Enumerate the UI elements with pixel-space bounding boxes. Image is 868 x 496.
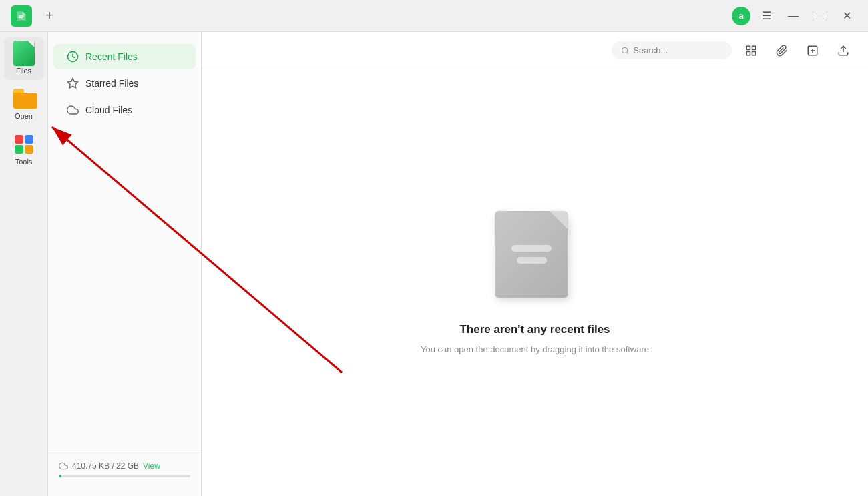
new-tab-button[interactable]: +: [40, 7, 59, 25]
storage-bar-fill: [59, 475, 61, 477]
search-input[interactable]: [633, 45, 722, 55]
storage-bar: [59, 475, 190, 477]
cloud-storage-icon: [59, 461, 68, 471]
titlebar-right: a ☰ — □ ✕: [732, 5, 857, 27]
add-button[interactable]: [801, 39, 824, 62]
svg-point-4: [622, 47, 628, 53]
cloud-icon: [67, 104, 79, 116]
tools-grid-icon: [15, 135, 33, 154]
clock-icon: [67, 51, 79, 63]
sidebar-item-recent-label: Recent Files: [85, 51, 138, 62]
avatar[interactable]: a: [732, 7, 750, 25]
paperclip-icon: [776, 45, 788, 57]
storage-text: 410.75 KB / 22 GB: [72, 461, 139, 471]
content-toolbar: [202, 32, 868, 69]
empty-subtitle: You can open the document by dragging it…: [421, 344, 649, 354]
sidebar-item-recent[interactable]: Recent Files: [53, 44, 196, 69]
search-icon: [621, 46, 629, 55]
svg-rect-9: [752, 51, 756, 55]
sidebar-item-starred[interactable]: Starred Files: [53, 71, 196, 96]
nav-item-files-label: Files: [16, 67, 31, 75]
plus-square-icon: [807, 45, 819, 57]
storage-view-link[interactable]: View: [143, 461, 160, 471]
svg-rect-8: [746, 51, 750, 55]
grid-icon: [745, 45, 757, 57]
sidebar-footer: 410.75 KB / 22 GB View: [48, 453, 201, 485]
content-area: There aren't any recent files You can op…: [202, 32, 868, 496]
search-box[interactable]: [612, 41, 732, 59]
main-area: Files Open: [0, 32, 868, 496]
sidebar-item-cloud-label: Cloud Files: [85, 105, 132, 115]
sidebar-item-cloud[interactable]: Cloud Files: [53, 97, 196, 123]
left-nav: Files Open: [0, 32, 48, 496]
nav-item-open-label: Open: [15, 112, 33, 120]
sidebar-nav: Recent Files Starred Files: [48, 43, 201, 447]
star-icon: [67, 77, 79, 89]
maximize-button[interactable]: □: [809, 5, 831, 27]
upload-button[interactable]: [832, 39, 855, 62]
svg-line-5: [627, 52, 628, 53]
svg-rect-6: [746, 46, 750, 49]
minimize-button[interactable]: —: [783, 5, 804, 27]
empty-state: There aren't any recent files You can op…: [202, 69, 868, 496]
svg-rect-7: [752, 46, 756, 49]
files-nav-icon: [13, 43, 35, 64]
nav-item-files[interactable]: Files: [4, 37, 44, 80]
nav-item-tools[interactable]: Tools: [4, 128, 44, 171]
upload-icon: [837, 45, 849, 57]
empty-file-icon: [495, 211, 575, 304]
sidebar-item-starred-label: Starred Files: [85, 78, 138, 89]
grid-view-button[interactable]: [740, 39, 763, 62]
nav-item-open[interactable]: Open: [4, 83, 44, 126]
storage-info: 410.75 KB / 22 GB View: [59, 461, 190, 471]
titlebar: + a ☰ — □ ✕: [0, 0, 868, 32]
app-logo: [11, 5, 32, 27]
empty-title: There aren't any recent files: [459, 323, 610, 336]
titlebar-left: +: [11, 5, 59, 27]
nav-item-tools-label: Tools: [15, 158, 33, 166]
svg-marker-3: [68, 79, 78, 88]
sidebar: Recent Files Starred Files: [48, 32, 202, 496]
clip-button[interactable]: [771, 39, 793, 62]
menu-button[interactable]: ☰: [756, 5, 777, 27]
open-nav-icon: [13, 88, 35, 109]
close-button[interactable]: ✕: [836, 5, 857, 27]
tools-nav-icon: [13, 134, 35, 155]
